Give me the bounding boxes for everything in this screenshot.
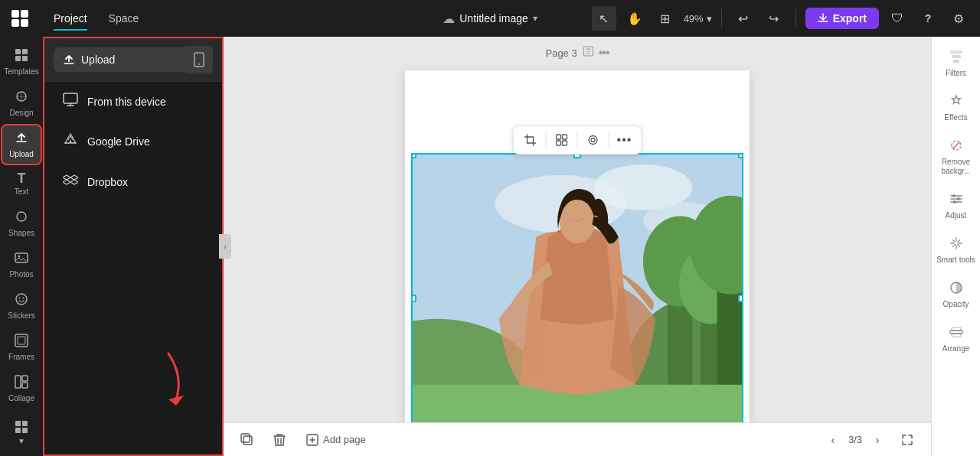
sidebar-item-upload[interactable]: Upload [2, 125, 41, 164]
cloud-icon: ☁ [443, 11, 455, 26]
smart-tools-tool[interactable]: Smart tools [935, 230, 978, 271]
layout-tool-button[interactable]: ⊞ [653, 6, 678, 31]
delete-button[interactable] [268, 428, 291, 451]
templates-label: Templates [4, 67, 39, 77]
logo-icon[interactable] [9, 8, 31, 29]
adjust-tool[interactable]: Adjust [935, 185, 978, 226]
handle-top-right[interactable] [738, 153, 743, 158]
svg-rect-19 [22, 383, 28, 388]
select-tool-button[interactable]: ↖ [592, 6, 616, 31]
sidebar-item-shapes[interactable]: Shapes [2, 204, 41, 243]
adjust-icon [949, 191, 964, 209]
templates-icon [14, 47, 29, 65]
export-button[interactable]: Export [805, 8, 879, 29]
arrange-label: Arrange [942, 344, 970, 353]
tab-project[interactable]: Project [43, 8, 98, 29]
stickers-label: Stickers [8, 311, 35, 321]
hand-tool-button[interactable]: ✋ [622, 6, 647, 31]
upload-icon [14, 130, 29, 148]
svg-point-32 [589, 136, 597, 145]
svg-rect-16 [18, 337, 25, 344]
sidebar-item-stickers[interactable]: Stickers [2, 287, 41, 325]
divider [795, 9, 796, 28]
opacity-label: Opacity [943, 300, 969, 309]
expand-button[interactable] [896, 428, 919, 451]
sidebar-item-photos[interactable]: Photos [2, 246, 41, 284]
image-selection: ↻ [411, 153, 743, 422]
filters-tool[interactable]: Filters [935, 43, 978, 84]
handle-top-left[interactable] [411, 153, 416, 158]
sidebar-item-collage[interactable]: Collage [2, 370, 41, 408]
handle-mid-left[interactable] [411, 295, 416, 302]
settings-button[interactable]: ⚙ [946, 6, 971, 31]
svg-rect-49 [241, 434, 250, 442]
collage-icon [14, 374, 29, 392]
google-drive-icon [63, 132, 78, 151]
sidebar-item-frames[interactable]: Frames [2, 328, 41, 366]
canvas-page: ••• [405, 70, 750, 422]
upload-google-drive[interactable]: Google Drive [51, 122, 216, 160]
upload-dropbox[interactable]: Dropbox [51, 163, 216, 200]
add-page-button[interactable]: Add page [300, 431, 372, 449]
duplicate-button[interactable] [236, 428, 259, 451]
panel-collapse-button[interactable]: › [219, 234, 231, 259]
sidebar-item-templates[interactable]: Templates [2, 43, 41, 81]
svg-rect-53 [953, 60, 959, 63]
svg-point-13 [19, 298, 21, 299]
more-options-button[interactable]: ••• [614, 129, 635, 151]
sidebar-item-text[interactable]: T Text [2, 167, 41, 201]
arrange-tool[interactable]: Arrange [935, 318, 978, 360]
arrange-icon [949, 324, 964, 342]
opacity-tool[interactable]: Opacity [935, 274, 978, 315]
left-sidebar: Templates Design Upload T Text Shapes [0, 37, 43, 456]
grid-button[interactable] [551, 129, 573, 151]
opacity-icon [949, 280, 964, 298]
svg-point-54 [952, 194, 956, 197]
divider [577, 132, 578, 148]
document-title[interactable]: Untitled image [459, 12, 528, 24]
crop-button[interactable] [520, 129, 541, 151]
stickers-icon [14, 292, 29, 309]
svg-rect-23 [22, 428, 28, 433]
divider [721, 9, 722, 28]
effects-tool[interactable]: Effects [935, 87, 978, 129]
svg-rect-51 [950, 50, 962, 54]
help-button[interactable]: ? [916, 6, 940, 31]
sidebar-more-button[interactable]: ▼ [2, 415, 41, 450]
svg-rect-26 [64, 93, 77, 103]
upload-mobile-button[interactable] [185, 46, 213, 73]
collage-label: Collage [8, 394, 34, 403]
remove-bg-tool[interactable]: Remove backgr... [935, 132, 978, 182]
svg-rect-48 [243, 436, 252, 445]
upload-from-device[interactable]: From this device [51, 83, 216, 119]
filters-label: Filters [946, 69, 966, 78]
sidebar-item-design[interactable]: Design [2, 84, 41, 122]
title-dropdown-icon[interactable]: ▾ [533, 13, 537, 24]
zoom-control[interactable]: 49% ▾ [684, 13, 712, 24]
effects-button[interactable] [583, 129, 604, 151]
tab-space[interactable]: Space [98, 8, 150, 29]
photos-icon [14, 250, 29, 268]
shield-button[interactable]: 🛡 [885, 6, 910, 31]
svg-rect-30 [557, 141, 561, 145]
svg-rect-20 [15, 421, 21, 426]
design-label: Design [9, 109, 33, 118]
handle-mid-right[interactable] [738, 295, 743, 302]
svg-rect-7 [22, 56, 28, 61]
undo-button[interactable]: ↩ [731, 6, 756, 31]
prev-page-button[interactable]: ‹ [824, 431, 842, 449]
svg-point-11 [18, 256, 21, 258]
svg-rect-29 [563, 135, 567, 139]
redo-button[interactable]: ↪ [762, 6, 786, 31]
remove-bg-icon [949, 138, 964, 155]
svg-rect-2 [11, 19, 19, 27]
image-container[interactable]: ↻ [411, 153, 743, 422]
svg-rect-6 [15, 56, 21, 61]
svg-rect-22 [15, 428, 21, 433]
svg-rect-17 [15, 376, 21, 388]
photo-content [413, 155, 742, 422]
upload-main-button[interactable]: Upload [54, 47, 185, 72]
canvas-scroll[interactable]: Page 3 ••• [224, 37, 931, 422]
svg-point-9 [17, 212, 26, 221]
next-page-button[interactable]: › [868, 431, 887, 449]
